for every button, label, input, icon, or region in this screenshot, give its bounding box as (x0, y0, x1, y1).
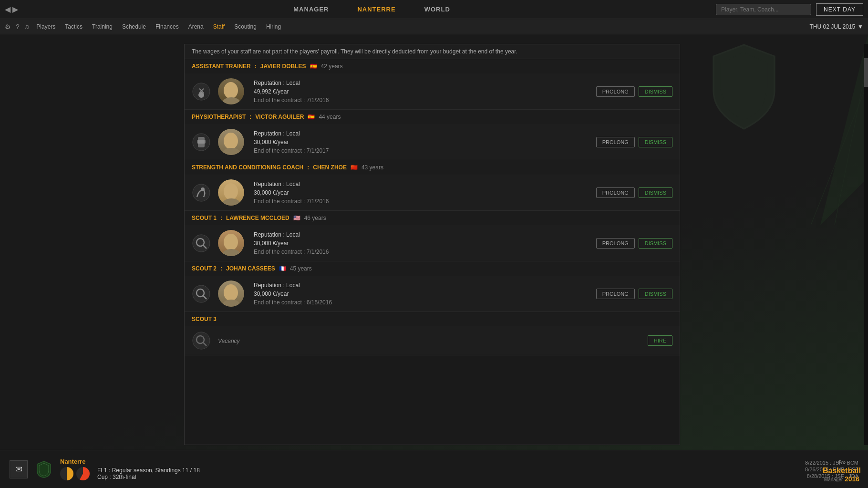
assistant-age: 42 years (321, 63, 343, 70)
scout2-dismiss-button[interactable]: DISMISS (639, 289, 672, 299)
info-text: The wages of your staff are not part of … (192, 48, 517, 55)
staff-header-physio: PHYSIOTHERAPIST : VICTOR AGUILER 🇪🇸 44 y… (185, 110, 680, 124)
svg-point-14 (193, 285, 210, 302)
sub-nav: ⚙ ? ♫ Players Tactics Training Schedule … (0, 19, 868, 34)
date-dropdown-icon[interactable]: ▼ (858, 23, 863, 30)
staff-header-strength: STRENGTH AND CONDITIONING COACH : CHEN Z… (185, 160, 680, 175)
strength-role: STRENGTH AND CONDITIONING COACH (192, 164, 303, 171)
tab-nanterre[interactable]: NANTERRE (357, 6, 395, 13)
physio-contract: End of the contract : 7/1/2017 (254, 147, 596, 154)
staff-body-scout3: Vacancy HIRE (185, 326, 680, 355)
strength-prolong-button[interactable]: PROLONG (596, 187, 635, 198)
svg-point-5 (198, 92, 204, 98)
scout1-dismiss-button[interactable]: DISMISS (639, 238, 672, 249)
nav-finances[interactable]: Finances (155, 23, 179, 30)
league-cup-info: FL1 : Regular season, Standings 11 / 18 … (97, 467, 200, 480)
assistant-flag: 🇪🇸 (310, 63, 317, 70)
strength-role-icon (192, 183, 211, 202)
scout1-actions: PROLONG DISMISS (596, 238, 672, 249)
scout2-avatar (218, 280, 244, 307)
team-name-label: Nanterre (60, 458, 200, 465)
nav-arena[interactable]: Arena (188, 23, 204, 30)
assistant-prolong-button[interactable]: PROLONG (596, 86, 635, 97)
top-tabs: MANAGER NANTERRE WORLD (28, 6, 716, 13)
team-info: Nanterre FL1 : Regular season, Standings… (60, 458, 200, 480)
scout1-info: Reputation : Local 30,000 €/year End of … (254, 231, 596, 255)
nav-forward[interactable]: ▶ (12, 5, 18, 14)
separator: : (255, 63, 257, 70)
nav-players[interactable]: Players (36, 23, 55, 30)
logo-year: 2016 (845, 475, 859, 483)
scrollbar[interactable] (864, 44, 868, 445)
svg-rect-8 (197, 140, 206, 144)
cup-progress-circle (76, 467, 90, 480)
staff-section-strength: STRENGTH AND CONDITIONING COACH : CHEN Z… (185, 160, 680, 211)
scout1-salary: 30,000 €/year (254, 240, 596, 247)
svg-point-9 (193, 184, 210, 201)
logo-basketball: Basketball (823, 467, 861, 475)
league-progress-circle (60, 467, 73, 480)
assistant-dismiss-button[interactable]: DISMISS (639, 86, 672, 97)
physio-dismiss-button[interactable]: DISMISS (639, 137, 672, 147)
main-content: The wages of your staff are not part of … (184, 44, 680, 445)
sub-nav-links: Players Tactics Training Schedule Financ… (36, 23, 809, 30)
nav-back[interactable]: ◀ (5, 5, 10, 14)
vacancy-label: Vacancy (218, 338, 240, 344)
scout1-prolong-button[interactable]: PROLONG (596, 238, 635, 249)
scout2-role: SCOUT 2 (192, 265, 217, 272)
nav-schedule[interactable]: Schedule (122, 23, 146, 30)
scout3-hire-button[interactable]: HIRE (648, 335, 672, 346)
scout3-info: Vacancy (218, 337, 648, 344)
assistant-salary: 49,992 €/year (254, 88, 596, 95)
staff-header-assistant: ASSISTANT TRAINER : JAVIER DOBLES 🇪🇸 42 … (185, 59, 680, 73)
settings-icon[interactable]: ⚙ (5, 23, 11, 31)
staff-header-scout2: SCOUT 2 : JOHAN CASSEES 🇫🇷 45 years (185, 261, 680, 276)
strength-contract: End of the contract : 7/1/2016 (254, 198, 596, 205)
sub-nav-icons: ⚙ ? ♫ (5, 23, 29, 31)
help-icon[interactable]: ? (16, 23, 20, 31)
music-icon[interactable]: ♫ (24, 23, 30, 31)
nav-staff[interactable]: Staff (213, 23, 225, 30)
scout1-role-icon (192, 234, 211, 253)
nav-scouting[interactable]: Scouting (234, 23, 257, 30)
assistant-actions: PROLONG DISMISS (596, 86, 672, 97)
scout1-age: 46 years (304, 215, 326, 221)
current-date: THU 02 JUL 2015 (810, 23, 856, 30)
svg-point-17 (193, 332, 210, 349)
physio-role-icon (192, 133, 211, 152)
strength-info: Reputation : Local 30,000 €/year End of … (254, 181, 596, 205)
strength-flag: 🇨🇳 (351, 164, 358, 171)
mail-button[interactable]: ✉ (10, 460, 28, 478)
scout3-actions: HIRE (648, 335, 672, 346)
league-standings: FL1 : Regular season, Standings 11 / 18 (97, 467, 200, 474)
strength-reputation: Reputation : Local (254, 181, 596, 187)
assistant-name: JAVIER DOBLES (260, 63, 306, 70)
tab-world[interactable]: WORLD (424, 6, 450, 13)
staff-header-scout1: SCOUT 1 : LAWRENCE MCCLOED 🇺🇸 46 years (185, 211, 680, 225)
scout2-prolong-button[interactable]: PROLONG (596, 289, 635, 299)
scrollbar-thumb[interactable] (864, 58, 868, 87)
bottom-left: ✉ Nanterre FL1 : Regular season, Standin… (10, 458, 200, 480)
nav-arrows: ◀ ▶ (5, 5, 18, 14)
staff-header-scout3: SCOUT 3 (185, 312, 680, 326)
next-day-button[interactable]: NEXT DAY (816, 3, 863, 16)
assistant-role-icon: ✕ (192, 82, 211, 101)
strength-dismiss-button[interactable]: DISMISS (639, 187, 672, 198)
nav-tactics[interactable]: Tactics (65, 23, 83, 30)
strength-age: 43 years (362, 164, 383, 171)
staff-body-physio: Reputation : Local 30,000 €/year End of … (185, 124, 680, 160)
scout1-flag: 🇺🇸 (293, 215, 300, 221)
tab-manager[interactable]: MANAGER (293, 6, 329, 13)
nav-training[interactable]: Training (92, 23, 113, 30)
nav-hiring[interactable]: Hiring (266, 23, 281, 30)
scout2-contract: End of the contract : 6/15/2016 (254, 299, 596, 306)
strength-actions: PROLONG DISMISS (596, 187, 672, 198)
scout2-role-icon (192, 284, 211, 303)
scout2-salary: 30,000 €/year (254, 291, 596, 297)
physio-role: PHYSIOTHERAPIST (192, 114, 246, 120)
search-input[interactable] (716, 4, 811, 15)
strength-salary: 30,000 €/year (254, 189, 596, 196)
physio-flag: 🇪🇸 (308, 114, 315, 120)
scout2-actions: PROLONG DISMISS (596, 289, 672, 299)
physio-prolong-button[interactable]: PROLONG (596, 137, 635, 147)
